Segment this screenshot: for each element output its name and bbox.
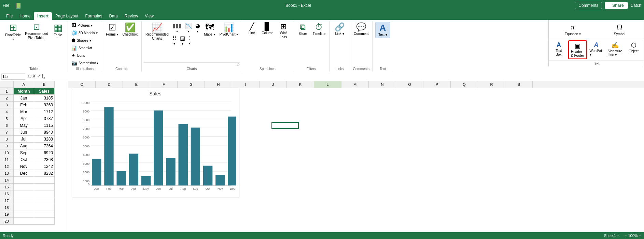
selected-cell-l5[interactable] (271, 122, 299, 129)
cell-b2[interactable]: 3185 (34, 95, 55, 102)
share-button[interactable]: ↑ Share (605, 2, 628, 9)
3d-models-button[interactable]: 🧊 3D Models ▾ (70, 29, 100, 36)
cell-a3[interactable]: Feb (14, 102, 34, 108)
cell-b1[interactable]: Sales (34, 88, 55, 95)
col-header-d[interactable]: D (96, 81, 123, 88)
cell-a11[interactable]: Oct (14, 156, 34, 163)
cell-a5[interactable]: Apr (14, 115, 34, 122)
cell-b20[interactable] (34, 218, 55, 225)
tab-view[interactable]: View (141, 12, 157, 20)
checkbox-button[interactable]: ✅ Checkbox (121, 22, 139, 38)
cell-a10[interactable]: Sep (14, 149, 34, 156)
col-header-h[interactable]: H (205, 81, 232, 88)
symbol-button[interactable]: Ω Symbol (597, 21, 642, 37)
cell-b13[interactable]: 8232 (34, 170, 55, 177)
cell-b9[interactable]: 7364 (34, 143, 55, 149)
cell-b7[interactable]: 8940 (34, 129, 55, 136)
chart-container[interactable]: Sales 10000 9000 8000 7000 6000 5000 400… (72, 88, 239, 197)
col-header-b[interactable]: B (34, 81, 55, 88)
sheet-tabs[interactable]: Sheet1 + (604, 234, 619, 238)
cell-a12[interactable]: Nov (14, 163, 34, 170)
cell-a16[interactable] (14, 190, 34, 197)
cell-a15[interactable] (14, 184, 34, 190)
cell-b11[interactable]: 2368 (34, 156, 55, 163)
cell-b8[interactable]: 3288 (34, 136, 55, 143)
cell-b12[interactable]: 1242 (34, 163, 55, 170)
col-header-o[interactable]: O (396, 81, 423, 88)
col-header-k[interactable]: K (287, 81, 314, 88)
maps-button[interactable]: 🗺 Maps ▾ (202, 22, 217, 38)
col-header-g[interactable]: G (178, 81, 205, 88)
col-header-q[interactable]: Q (451, 81, 478, 88)
cell-a7[interactable]: Jun (14, 129, 34, 136)
cell-a13[interactable]: Dec (14, 170, 34, 177)
signature-line-button[interactable]: ✍ SignatureLine ▾ (605, 40, 624, 59)
column-sparkline-button[interactable]: ▊ Column (260, 22, 275, 36)
col-header-l[interactable]: L (314, 81, 341, 88)
cell-b16[interactable] (34, 190, 55, 197)
cell-b14[interactable] (34, 177, 55, 184)
cell-b15[interactable] (34, 184, 55, 190)
pictures-button[interactable]: 🖼 Pictures ▾ (70, 22, 100, 29)
waterfall-button[interactable]: ⫶ ▾ (187, 34, 193, 46)
cell-b17[interactable] (34, 197, 55, 204)
icons-button[interactable]: ✦ Icons (70, 52, 100, 59)
text-ribbon-button[interactable]: A Text ▾ (375, 22, 390, 38)
catch-button[interactable]: Catch (631, 3, 641, 8)
col-header-r[interactable]: R (478, 81, 505, 88)
col-header-e[interactable]: E (123, 81, 150, 88)
area-chart-button[interactable]: ▨ ▾ (179, 34, 186, 46)
cell-a14[interactable] (14, 177, 34, 184)
cell-a1[interactable]: Month (14, 88, 34, 95)
comments-button[interactable]: Comments (575, 2, 602, 9)
function-icon[interactable]: fx (42, 73, 45, 80)
link-button[interactable]: 🔗 Link ▾ (332, 22, 347, 37)
cancel-icon[interactable]: ✗ (32, 74, 36, 79)
object-button[interactable]: ⬡ Object (625, 40, 642, 59)
confirm-icon[interactable]: ✓ (37, 74, 41, 79)
col-header-j[interactable]: J (260, 81, 287, 88)
tab-insert[interactable]: Insert (34, 12, 52, 20)
cell-a2[interactable]: Jan (14, 95, 34, 102)
cell-b6[interactable]: 1115 (34, 122, 55, 129)
slicer-button[interactable]: ⧉ Slicer (295, 22, 310, 37)
header-footer-button[interactable]: ▣ Header& Footer (568, 40, 587, 59)
pie-chart-button[interactable]: ◕ ▾ (194, 22, 201, 34)
equation-button[interactable]: π Equation ▾ (550, 21, 596, 37)
recommended-charts-button[interactable]: 📈 RecommendedCharts (144, 22, 170, 42)
line-chart-button[interactable]: 📉 ▾ (184, 22, 193, 34)
cell-b18[interactable] (34, 204, 55, 211)
cell-b4[interactable]: 1712 (34, 108, 55, 115)
file-menu[interactable]: File (3, 3, 9, 8)
shapes-button[interactable]: ⬟ Shapes ▾ (70, 37, 100, 44)
cell-a6[interactable]: May (14, 122, 34, 129)
col-header-n[interactable]: N (369, 81, 396, 88)
tab-page-layout[interactable]: Page Layout (52, 12, 82, 20)
pivot-chart-button[interactable]: 📊 PivotChart ▾ (218, 22, 240, 38)
col-header-m[interactable]: M (341, 81, 369, 88)
col-header-p[interactable]: P (423, 81, 451, 88)
col-header-a[interactable]: A (14, 81, 34, 88)
comment-button[interactable]: 💬 Comment (352, 22, 370, 37)
table-button[interactable]: ▦ Table (51, 22, 66, 38)
cell-a20[interactable] (14, 218, 34, 225)
cell-a17[interactable] (14, 197, 34, 204)
tab-data[interactable]: Data (106, 12, 121, 20)
cell-a4[interactable]: Mar (14, 108, 34, 115)
cell-a19[interactable] (14, 211, 34, 218)
bar-chart-button[interactable]: ⠿ ▾ (171, 34, 178, 46)
screenshot-button[interactable]: 📷 Screenshot ▾ (70, 59, 100, 66)
line-sparkline-button[interactable]: ╱ Line (244, 22, 259, 36)
smartart-button[interactable]: 📊 SmartArt (70, 44, 100, 51)
tab-home[interactable]: Home (16, 12, 34, 20)
cell-b3[interactable]: 9363 (34, 102, 55, 108)
col-header-s[interactable]: S (505, 81, 533, 88)
text-box-button[interactable]: A TextBox (550, 40, 568, 59)
tab-review[interactable]: Review (121, 12, 141, 20)
tab-file[interactable]: File (3, 12, 16, 20)
tab-formulas[interactable]: Formulas (82, 12, 106, 20)
timeline-button[interactable]: ⏱ Timeline (311, 22, 327, 37)
cell-b10[interactable]: 6920 (34, 149, 55, 156)
col-header-i[interactable]: I (232, 81, 260, 88)
formula-input[interactable] (48, 74, 643, 79)
